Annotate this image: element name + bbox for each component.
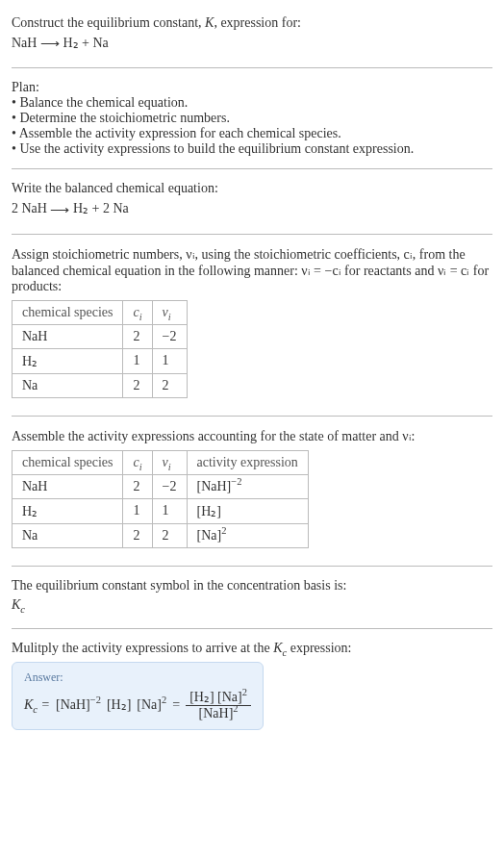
activity-expr: [H₂] bbox=[187, 498, 308, 523]
prompt-equation: NaH ⟶ H₂ + Na bbox=[12, 35, 492, 52]
equals-sign: = bbox=[172, 697, 180, 713]
col-vi: νi bbox=[152, 300, 187, 324]
stoich-table: chemical species ci νi NaH 2 −2 H₂ 1 1 N… bbox=[12, 300, 188, 398]
answer-box: Answer: Kc = [NaH]−2 [H₂] [Na]2 = [H₂] [… bbox=[12, 662, 264, 730]
divider bbox=[12, 628, 492, 629]
col-vi: νi bbox=[152, 450, 187, 474]
answer-label: Answer: bbox=[24, 670, 251, 685]
col-species: chemical species bbox=[13, 450, 123, 474]
divider bbox=[12, 416, 492, 417]
prompt-line1: Construct the equilibrium constant, K, e… bbox=[12, 15, 492, 31]
activity-table: chemical species ci νi activity expressi… bbox=[12, 450, 309, 548]
table-row: NaH 2 −2 [NaH]−2 bbox=[13, 474, 309, 498]
col-activity: activity expression bbox=[187, 450, 308, 474]
plan-heading: Plan: bbox=[12, 80, 492, 95]
kc-term1: [NaH]−2 bbox=[56, 697, 101, 713]
plan-section: Plan: • Balance the chemical equation. •… bbox=[12, 72, 492, 164]
prompt: Construct the equilibrium constant, K, e… bbox=[12, 8, 492, 63]
kc-term3: [Na]2 bbox=[137, 697, 166, 713]
activity-expr: [Na]2 bbox=[187, 523, 308, 547]
fraction-numerator: [H₂] [Na]2 bbox=[186, 689, 251, 706]
balanced-eq-lhs: 2 NaH bbox=[12, 201, 47, 215]
kc-symbol-section: The equilibrium constant symbol in the c… bbox=[12, 570, 492, 624]
divider bbox=[12, 234, 492, 235]
multiply-heading: Mulitply the activity expressions to arr… bbox=[12, 641, 492, 656]
table-row: H₂ 1 1 [H₂] bbox=[13, 498, 309, 523]
kc-lhs: Kc = bbox=[24, 697, 50, 713]
table-row: Na 2 2 [Na]2 bbox=[13, 523, 309, 547]
kc-symbol-heading: The equilibrium constant symbol in the c… bbox=[12, 578, 492, 594]
plan-item: • Assemble the activity expression for e… bbox=[12, 126, 492, 141]
balanced-heading: Write the balanced chemical equation: bbox=[12, 181, 492, 196]
plan-item: • Determine the stoichiometric numbers. bbox=[12, 111, 492, 126]
activity-section: Assemble the activity expressions accoun… bbox=[12, 420, 492, 562]
fraction-denominator: [NaH]2 bbox=[186, 706, 251, 721]
kc-symbol: Kc bbox=[12, 597, 492, 613]
table-row: H₂ 1 1 bbox=[13, 348, 188, 373]
balanced-section: Write the balanced chemical equation: 2 … bbox=[12, 173, 492, 229]
table-header-row: chemical species ci νi bbox=[13, 300, 188, 324]
divider bbox=[12, 168, 492, 169]
col-ci: ci bbox=[123, 300, 152, 324]
plan-item: • Use the activity expressions to build … bbox=[12, 141, 492, 157]
activity-expr: [NaH]−2 bbox=[187, 474, 308, 498]
arrow-icon: ⟶ bbox=[40, 36, 60, 52]
kc-term2: [H₂] bbox=[107, 696, 131, 713]
table-header-row: chemical species ci νi activity expressi… bbox=[13, 450, 309, 474]
multiply-section: Mulitply the activity expressions to arr… bbox=[12, 633, 492, 738]
arrow-icon: ⟶ bbox=[50, 202, 69, 218]
table-row: Na 2 2 bbox=[13, 373, 188, 397]
stoich-intro: Assign stoichiometric numbers, νᵢ, using… bbox=[12, 246, 492, 294]
stoich-section: Assign stoichiometric numbers, νᵢ, using… bbox=[12, 239, 492, 412]
prompt-eq-lhs: NaH bbox=[12, 36, 37, 50]
divider bbox=[12, 67, 492, 68]
table-row: NaH 2 −2 bbox=[13, 324, 188, 348]
prompt-eq-rhs: H₂ + Na bbox=[63, 36, 108, 50]
activity-intro: Assemble the activity expressions accoun… bbox=[12, 428, 492, 444]
kc-fraction: [H₂] [Na]2 [NaH]2 bbox=[186, 689, 251, 721]
balanced-eq-rhs: H₂ + 2 Na bbox=[73, 201, 129, 215]
divider bbox=[12, 566, 492, 567]
balanced-equation: 2 NaH ⟶ H₂ + 2 Na bbox=[12, 200, 492, 217]
plan-item: • Balance the chemical equation. bbox=[12, 95, 492, 111]
col-ci: ci bbox=[123, 450, 152, 474]
col-species: chemical species bbox=[13, 300, 123, 324]
kc-expression: Kc = [NaH]−2 [H₂] [Na]2 = [H₂] [Na]2 [Na… bbox=[24, 689, 251, 721]
